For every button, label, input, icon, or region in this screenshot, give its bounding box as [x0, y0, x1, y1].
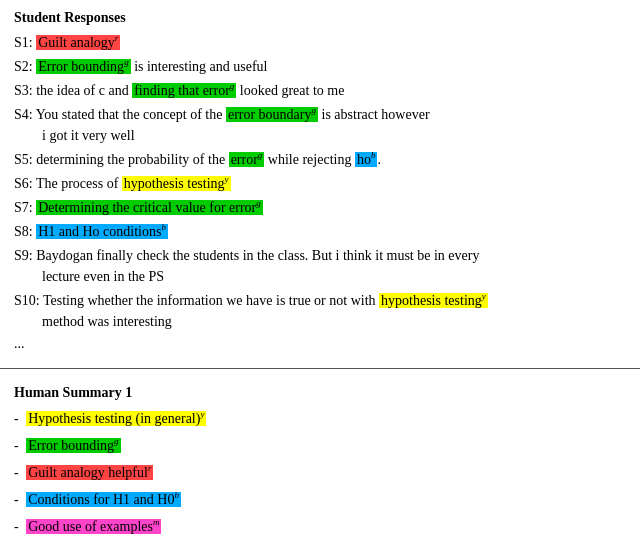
- human-summary-title: Human Summary 1: [14, 385, 626, 401]
- highlight-error-s5: errorg: [229, 152, 265, 167]
- sup-s1: r: [115, 33, 119, 43]
- highlight-critical-value: Determining the critical value for error…: [36, 200, 263, 215]
- summary-item-4: - Conditions for H1 and H0b: [14, 488, 626, 511]
- response-label-s6: S6:: [14, 176, 36, 191]
- text-s10a: Testing whether the information we have …: [43, 293, 379, 308]
- response-label-s5: S5:: [14, 152, 36, 167]
- highlight-ho: hob: [355, 152, 378, 167]
- highlight-conditions-sum: Conditions for H1 and H0b: [26, 492, 181, 507]
- highlight-error-boundary: error boundaryg: [226, 107, 318, 122]
- dash-2: -: [14, 438, 19, 453]
- dash-1: -: [14, 411, 19, 426]
- response-s3: S3: the idea of c and finding that error…: [14, 80, 626, 101]
- sup-s2: g: [124, 57, 129, 67]
- dash-3: -: [14, 465, 19, 480]
- response-label-s1: S1:: [14, 35, 36, 50]
- response-s2: S2: Error boundingg is interesting and u…: [14, 56, 626, 77]
- text-s5b: while rejecting: [264, 152, 355, 167]
- text-s2: is interesting and useful: [131, 59, 268, 74]
- sup-s7: g: [256, 198, 261, 208]
- student-responses-section: Student Responses S1: Guilt analogyr S2:…: [0, 0, 640, 362]
- response-label-s7: S7:: [14, 200, 36, 215]
- text-s4a: You stated that the concept of the: [36, 107, 226, 122]
- sup-s6: y: [225, 174, 229, 184]
- sup-sum2: g: [114, 436, 119, 446]
- response-label-s8: S8:: [14, 224, 36, 239]
- sup-s5b: b: [371, 150, 376, 160]
- sup-sum3: r: [148, 463, 152, 473]
- sup-sum1: y: [200, 409, 204, 419]
- text-s5a: determining the probability of the: [36, 152, 228, 167]
- summary-item-1: - Hypothesis testing (in general)y: [14, 407, 626, 430]
- student-responses-title: Student Responses: [14, 10, 626, 26]
- response-s8: S8: H1 and Ho conditionsb: [14, 221, 626, 242]
- highlight-h1-ho: H1 and Ho conditionsb: [36, 224, 168, 239]
- sup-s5a: g: [258, 150, 263, 160]
- text-s6a: The process of: [36, 176, 122, 191]
- sup-sum4: b: [174, 490, 179, 500]
- highlight-hypothesis-s6: hypothesis testingy: [122, 176, 231, 191]
- summary-item-5: - Good use of examplesm: [14, 515, 626, 538]
- highlight-error-bounding-s2: Error boundingg: [36, 59, 130, 74]
- text-s4b: is abstract however: [318, 107, 430, 122]
- dash-5: -: [14, 519, 19, 534]
- response-s1: S1: Guilt analogyr: [14, 32, 626, 53]
- continuation-s10: method was interesting: [14, 311, 626, 332]
- dash-4: -: [14, 492, 19, 507]
- highlight-good-examples: Good use of examplesm: [26, 519, 161, 534]
- response-s9: S9: Baydogan finally check the students …: [14, 245, 626, 287]
- text-s3b: looked great to me: [236, 83, 344, 98]
- response-s4: S4: You stated that the concept of the e…: [14, 104, 626, 146]
- human-summary-section: Human Summary 1 - Hypothesis testing (in…: [0, 375, 640, 539]
- sup-s10: y: [482, 291, 486, 301]
- continuation-s9: lecture even in the PS: [14, 266, 626, 287]
- response-label-s9: S9:: [14, 248, 36, 263]
- response-label-s2: S2:: [14, 59, 36, 74]
- summary-item-3: - Guilt analogy helpfulr: [14, 461, 626, 484]
- response-s10: S10: Testing whether the information we …: [14, 290, 626, 332]
- text-s9: Baydogan finally check the students in t…: [36, 248, 479, 263]
- highlight-guilt-analogy-sum: Guilt analogy helpfulr: [26, 465, 153, 480]
- ellipsis: ...: [14, 336, 626, 352]
- highlight-error-bounding-sum: Error boundingg: [26, 438, 120, 453]
- response-s5: S5: determining the probability of the e…: [14, 149, 626, 170]
- summary-item-2: - Error boundingg: [14, 434, 626, 457]
- response-label-s10: S10:: [14, 293, 43, 308]
- text-s5c: .: [377, 152, 381, 167]
- sup-s8: b: [161, 222, 166, 232]
- highlight-hypothesis-s10: hypothesis testingy: [379, 293, 488, 308]
- highlight-hypothesis-general: Hypothesis testing (in general)y: [26, 411, 206, 426]
- sup-s4: g: [312, 105, 317, 115]
- sup-sum5: m: [153, 517, 160, 527]
- continuation-s4: i got it very well: [14, 125, 626, 146]
- sup-s3: g: [230, 81, 235, 91]
- text-s3a: the idea of c and: [36, 83, 132, 98]
- response-s7: S7: Determining the critical value for e…: [14, 197, 626, 218]
- response-s6: S6: The process of hypothesis testingy: [14, 173, 626, 194]
- section-divider: [0, 368, 640, 369]
- highlight-guilt-analogy: Guilt analogyr: [36, 35, 120, 50]
- highlight-finding-error: finding that errorg: [132, 83, 236, 98]
- response-label-s4: S4:: [14, 107, 36, 122]
- response-label-s3: S3:: [14, 83, 36, 98]
